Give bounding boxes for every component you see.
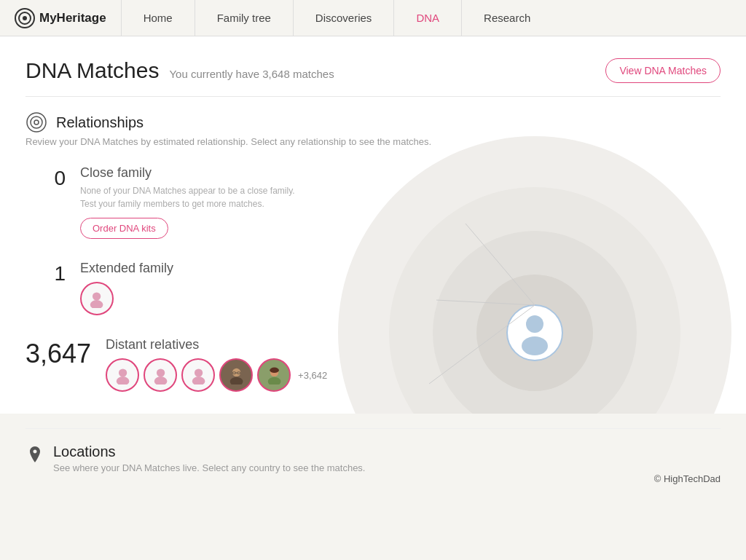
silhouette-icon-3 xyxy=(189,366,208,384)
svg-point-25 xyxy=(232,368,240,376)
relationships-title: Relationships xyxy=(56,114,144,131)
match-count: You currently have 3,648 matches xyxy=(169,68,334,80)
svg-point-16 xyxy=(93,293,101,301)
distant-relatives-name: Distant relatives xyxy=(106,337,382,352)
svg-point-2 xyxy=(23,16,27,20)
locations-title: Locations xyxy=(53,443,366,460)
svg-point-17 xyxy=(90,301,103,308)
svg-point-4 xyxy=(31,117,42,128)
svg-point-5 xyxy=(34,120,39,125)
distant-relatives-row: 3,647 Distant relatives xyxy=(25,337,382,392)
avatar-distant-1[interactable] xyxy=(106,358,139,392)
locations-subtitle: See where your DNA Matches live. Select … xyxy=(53,462,366,473)
logo-text: MyHeritage xyxy=(39,11,106,25)
close-family-desc: None of your DNA Matches appear to be a … xyxy=(80,184,382,210)
relationships-icon xyxy=(25,111,47,133)
extended-family-count: 1 xyxy=(25,262,66,285)
extended-family-name: Extended family xyxy=(80,261,382,276)
close-family-name: Close family xyxy=(80,165,382,181)
nav-dna[interactable]: DNA xyxy=(394,0,462,36)
footer: © HighTechDad xyxy=(0,473,746,494)
svg-point-33 xyxy=(270,368,279,374)
locations-content: Locations See where your DNA Matches liv… xyxy=(25,443,721,473)
nav-family-tree[interactable]: Family tree xyxy=(195,0,294,36)
svg-point-12 xyxy=(522,336,548,355)
nav-research[interactable]: Research xyxy=(462,0,552,36)
silhouette-icon-2 xyxy=(152,366,170,384)
nav-home[interactable]: Home xyxy=(122,0,195,36)
close-family-count: 0 xyxy=(25,167,66,190)
nav-discoveries[interactable]: Discoveries xyxy=(294,0,395,36)
silhouette-icon-1 xyxy=(114,366,132,384)
svg-point-19 xyxy=(116,377,129,384)
avatar-distant-photo-2[interactable] xyxy=(257,358,291,392)
close-family-body: Close family None of your DNA Matches ap… xyxy=(80,165,382,239)
header-divider xyxy=(25,96,721,97)
circles-visualization xyxy=(323,122,746,414)
person-photo-icon-2 xyxy=(265,366,283,384)
view-dna-matches-button[interactable]: View DNA Matches xyxy=(605,58,721,83)
order-dna-kits-button[interactable]: Order DNA kits xyxy=(80,218,168,239)
locations-section: Locations See where your DNA Matches liv… xyxy=(0,428,746,473)
svg-point-18 xyxy=(118,369,126,377)
close-family-row: 0 Close family None of your DNA Matches … xyxy=(25,165,382,239)
extended-family-avatars xyxy=(80,282,382,315)
copyright-text: © HighTechDad xyxy=(654,473,721,484)
person-photo-icon-1 xyxy=(227,366,246,384)
avatar-distant-photo-1[interactable] xyxy=(219,358,253,392)
avatar-distant-3[interactable] xyxy=(181,358,215,392)
distant-relatives-count: 3,647 xyxy=(25,339,91,369)
silhouette-icon xyxy=(87,289,106,307)
svg-point-11 xyxy=(526,315,543,333)
more-matches-badge[interactable]: +3,642 xyxy=(298,370,327,381)
content-area: 0 Close family None of your DNA Matches … xyxy=(25,165,721,414)
locations-icon xyxy=(25,445,44,464)
categories-list: 0 Close family None of your DNA Matches … xyxy=(25,165,382,414)
nav-items: Home Family tree Discoveries DNA Researc… xyxy=(122,0,746,36)
page-header: DNA Matches You currently have 3,648 mat… xyxy=(25,58,721,83)
extended-family-body: Extended family xyxy=(80,261,382,315)
navigation: MyHeritage Home Family tree Discoveries … xyxy=(0,0,746,36)
distant-relatives-avatars: +3,642 xyxy=(106,358,382,392)
header-left: DNA Matches You currently have 3,648 mat… xyxy=(25,58,334,83)
svg-point-22 xyxy=(194,369,202,377)
svg-point-23 xyxy=(192,377,205,384)
logo[interactable]: MyHeritage xyxy=(0,0,122,36)
logo-icon xyxy=(15,8,35,28)
extended-family-row: 1 Extended family xyxy=(25,261,382,315)
svg-point-20 xyxy=(156,369,164,377)
locations-divider xyxy=(25,428,721,429)
main-content: DNA Matches You currently have 3,648 mat… xyxy=(0,36,746,414)
avatar-extended-1[interactable] xyxy=(80,282,114,315)
svg-point-3 xyxy=(27,113,46,132)
page-title: DNA Matches xyxy=(25,58,159,83)
locations-text: Locations See where your DNA Matches liv… xyxy=(53,443,366,473)
avatar-distant-2[interactable] xyxy=(144,358,177,392)
svg-point-21 xyxy=(154,377,167,384)
distant-relatives-body: Distant relatives xyxy=(106,337,382,392)
